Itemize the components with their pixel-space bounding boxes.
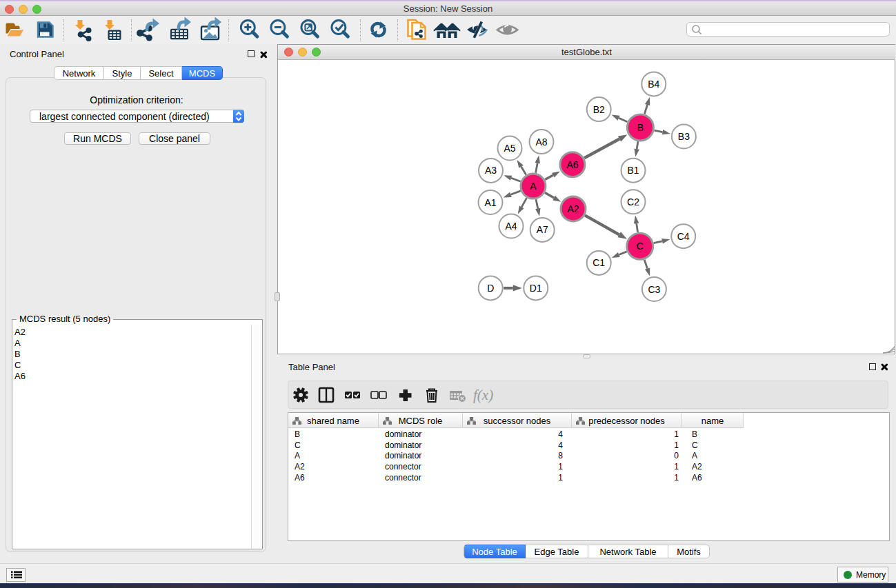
svg-text:A3: A3	[485, 165, 497, 176]
svg-text:C1: C1	[593, 257, 605, 268]
svg-text:f(x): f(x)	[473, 387, 493, 403]
svg-text:A5: A5	[504, 143, 515, 154]
svg-text:A: A	[530, 181, 537, 192]
svg-text:B: B	[637, 122, 644, 133]
svg-text:A2: A2	[567, 203, 579, 214]
svg-text:C3: C3	[648, 284, 660, 295]
svg-text:B2: B2	[593, 104, 605, 115]
svg-text:C2: C2	[627, 196, 639, 207]
svg-text:A6: A6	[566, 159, 578, 170]
svg-text:B3: B3	[678, 131, 690, 142]
svg-text:A1: A1	[484, 197, 496, 208]
svg-text:D1: D1	[530, 283, 542, 294]
svg-text:A8: A8	[535, 136, 547, 148]
svg-text:C4: C4	[677, 231, 690, 242]
svg-text:A4: A4	[505, 221, 517, 232]
svg-text:B1: B1	[627, 165, 639, 176]
svg-text:B4: B4	[648, 79, 659, 90]
svg-text:C: C	[637, 241, 644, 252]
svg-text:A7: A7	[537, 224, 548, 235]
svg-text:D: D	[487, 283, 494, 294]
